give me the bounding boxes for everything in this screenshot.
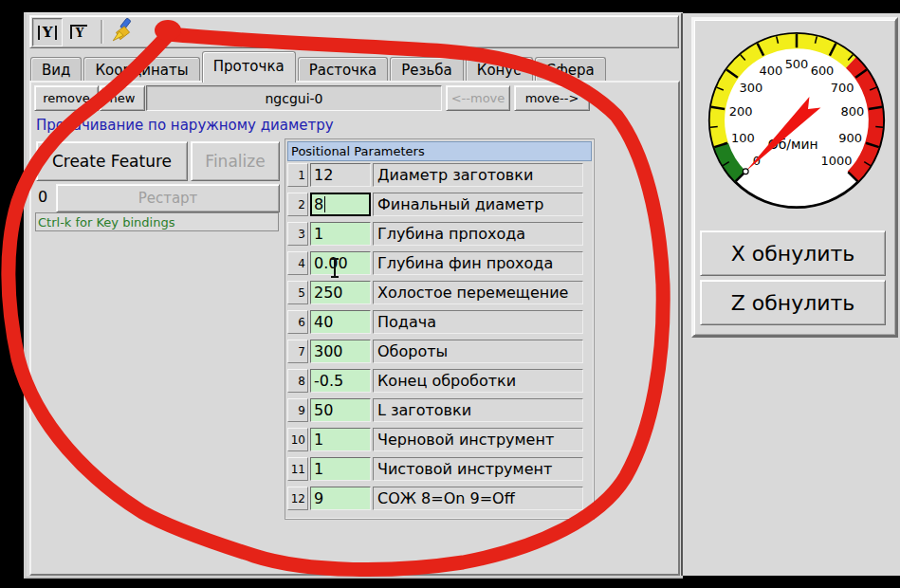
x-zero-button[interactable]: X обнулить <box>700 230 886 276</box>
clear-button[interactable] <box>108 17 137 44</box>
param-row: 129СОЖ 8=On 9=Off <box>287 487 583 512</box>
font-increase-button[interactable]: Y <box>32 18 63 46</box>
feature-count: 0 <box>38 188 47 206</box>
param-value-input[interactable]: 300 <box>310 340 371 363</box>
svg-text:800: 800 <box>840 104 864 119</box>
tab-Вид[interactable]: Вид <box>30 57 82 83</box>
param-index: 7 <box>287 340 308 363</box>
param-label: Глубина фин прохода <box>373 251 583 275</box>
param-rows: 112Диаметр заготовки28Финальный диаметр3… <box>287 163 583 512</box>
toolbar: Y Y <box>29 15 679 48</box>
tab-Координаты[interactable]: Координаты <box>83 57 199 83</box>
subroutine-caption: Протачивание по наружному диаметру <box>36 117 334 134</box>
param-row: 7300Обороты <box>287 340 583 365</box>
param-value-input[interactable]: -0.5 <box>310 369 371 393</box>
create-feature-button[interactable]: Create Feature <box>36 141 188 181</box>
svg-text:500: 500 <box>785 57 809 71</box>
param-index: 6 <box>287 310 308 334</box>
param-value-input[interactable]: 1 <box>310 428 371 451</box>
screen: { "window": { "toolbar": { "icons": [ {"… <box>0 0 900 588</box>
new-button[interactable]: new <box>100 85 145 111</box>
param-row: 111Чистовой инструмент <box>287 457 583 483</box>
move-right-button[interactable]: move--> <box>514 85 590 111</box>
text-caret <box>324 196 325 212</box>
param-label: Черновой инструмент <box>373 428 583 451</box>
spindle-frame: 01002003004005006007008009001000Об/мин X… <box>691 17 898 338</box>
tab-Сфера[interactable]: Сфера <box>535 57 606 83</box>
svg-text:700: 700 <box>831 81 854 95</box>
param-label: Глубина прпохода <box>373 222 583 246</box>
svg-text:900: 900 <box>838 131 862 145</box>
param-value-input[interactable]: 9 <box>310 487 371 510</box>
param-label: Обороты <box>373 340 583 363</box>
param-label: Чистовой инструмент <box>373 457 583 481</box>
param-row: 28Финальный диаметр <box>287 193 583 218</box>
param-label: L заготовки <box>373 398 583 422</box>
param-label: Конец оброботки <box>373 369 583 393</box>
param-row: 101Черновой инструмент <box>287 428 583 453</box>
svg-text:200: 200 <box>729 104 753 119</box>
rpm-gauge: 01002003004005006007008009001000Об/мин <box>706 29 888 211</box>
param-label: Диаметр заготовки <box>373 163 583 187</box>
param-index: 2 <box>287 193 308 216</box>
z-zero-button[interactable]: Z обнулить <box>700 280 886 325</box>
param-index: 11 <box>287 457 308 481</box>
font-increase-icon: Y <box>38 26 58 40</box>
svg-text:100: 100 <box>731 131 755 145</box>
param-value-input[interactable]: 8 <box>310 193 371 216</box>
param-row: 5250Холостое перемещение <box>287 281 583 306</box>
param-value-input[interactable]: 0.00 <box>310 251 371 275</box>
param-value-input[interactable]: 40 <box>310 310 371 334</box>
param-row: 950L заготовки <box>287 398 583 424</box>
param-label: Финальный диаметр <box>373 193 583 216</box>
tab-bar: ВидКоординатыПроточкаРасточкаРезьбаКонус… <box>30 53 608 83</box>
param-value-input[interactable]: 1 <box>310 457 371 481</box>
param-index: 4 <box>287 251 308 275</box>
svg-text:600: 600 <box>811 64 835 78</box>
svg-text:1000: 1000 <box>821 154 853 168</box>
param-index: 1 <box>287 163 308 187</box>
remove-button[interactable]: remove <box>34 85 99 111</box>
param-value-input[interactable]: 1 <box>310 222 371 246</box>
param-row: 640Подача <box>287 310 583 336</box>
positional-parameters-panel: Positional Parameters 112Диаметр заготов… <box>285 138 595 520</box>
param-index: 3 <box>287 222 308 246</box>
tab-Конус[interactable]: Конус <box>466 57 533 83</box>
param-index: 9 <box>287 398 308 422</box>
tab-file-entry[interactable]: ngcgui-0 <box>146 85 442 111</box>
main-window: Y Y ВидКоординатыПроточкаРасточкаРезьбаК… <box>24 12 683 579</box>
move-left-button[interactable]: <--move <box>446 85 510 111</box>
svg-text:300: 300 <box>739 81 762 95</box>
brush-icon <box>110 18 135 43</box>
font-decrease-icon: Y <box>70 25 88 39</box>
param-value-input[interactable]: 250 <box>310 281 371 304</box>
tab-Расточка[interactable]: Расточка <box>298 57 389 83</box>
param-value-input[interactable]: 12 <box>310 163 371 187</box>
param-label: СОЖ 8=On 9=Off <box>373 487 583 510</box>
param-label: Подача <box>373 310 583 334</box>
param-row: 31Глубина прпохода <box>287 222 583 248</box>
param-row: 8-0.5Конец оброботки <box>287 369 583 395</box>
param-row: 112Диаметр заготовки <box>287 163 583 189</box>
font-decrease-button[interactable]: Y <box>64 18 93 45</box>
param-row: 40.00Глубина фин прохода <box>287 251 583 277</box>
parameters-header: Positional Parameters <box>287 141 592 161</box>
notebook-page: remove new ngcgui-0 <--move move--> Прот… <box>29 81 680 576</box>
param-index: 5 <box>287 281 308 304</box>
param-value-input[interactable]: 50 <box>310 398 371 422</box>
restart-button[interactable]: Рестарт <box>56 184 280 212</box>
tab-Проточка[interactable]: Проточка <box>202 51 296 83</box>
param-index: 10 <box>287 428 308 451</box>
param-index: 12 <box>287 487 308 510</box>
finalize-button[interactable]: Finalize <box>191 141 280 181</box>
toolbar-separator <box>101 20 103 44</box>
key-bindings-hint: Ctrl-k for Key bindings <box>35 212 279 231</box>
param-index: 8 <box>287 369 308 393</box>
param-label: Холостое перемещение <box>373 281 583 304</box>
spindle-panel: 01002003004005006007008009001000Об/мин X… <box>681 13 900 576</box>
tab-Резьба[interactable]: Резьба <box>390 57 464 83</box>
svg-text:400: 400 <box>760 64 783 78</box>
